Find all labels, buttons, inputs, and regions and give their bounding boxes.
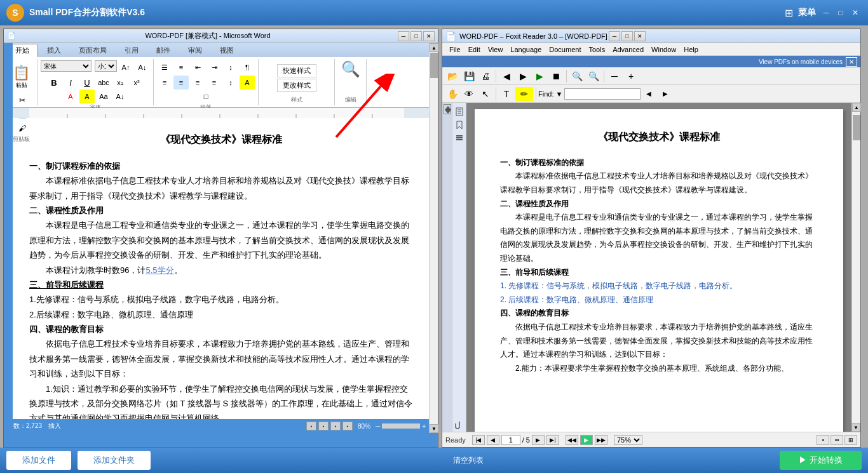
paste-button[interactable]: 📋 粘贴 [10, 60, 33, 93]
quick-styles-button[interactable]: 更改样式 [277, 79, 316, 92]
font-name-select[interactable]: 宋体 [41, 60, 92, 72]
foxit-menu-view[interactable]: View [484, 44, 507, 55]
word-tab-视图[interactable]: 视图 [212, 44, 242, 57]
word-view-reading-button[interactable]: ▪ [318, 422, 329, 430]
foxit-menu-language[interactable]: Language [506, 44, 545, 55]
font-shrink-button[interactable]: A↓ [135, 60, 150, 74]
foxit-rewind-button[interactable]: ◀◀ [566, 435, 578, 445]
indent-button[interactable]: ⇥ [207, 60, 222, 74]
line-spacing-button[interactable]: ↕ [223, 76, 238, 90]
bold-button[interactable]: B [46, 76, 62, 90]
foxit-menu-help[interactable]: Help [680, 44, 702, 55]
superscript-button[interactable]: x² [129, 76, 144, 90]
foxit-next-page-button[interactable]: ▶ [532, 435, 545, 445]
cut-button[interactable]: ✂ [15, 93, 30, 107]
find-input[interactable] [564, 88, 641, 100]
sidebar-page-thumb-button[interactable] [454, 106, 465, 117]
find-dropdown-icon[interactable]: ▼ [555, 90, 562, 98]
word-tab-邮件[interactable]: 邮件 [148, 44, 179, 57]
foxit-menu-file[interactable]: File [445, 44, 465, 55]
foxit-menu-tools[interactable]: Tools [585, 44, 609, 55]
zoom-out-view-button[interactable]: 🔍 [586, 69, 601, 83]
foxit-page-input[interactable] [501, 435, 520, 445]
sidebar-bookmark-button[interactable] [454, 119, 465, 131]
sidebar-layers-button[interactable] [454, 133, 465, 144]
outdent-button[interactable]: ⇤ [190, 60, 205, 74]
foxit-content-scroll[interactable]: 《现代交换技术》课程标准 一、制订课程标准的依据 本课程标准依据电子信息工程技术… [466, 103, 851, 433]
foxit-scrollbar[interactable]: ▲ ▼ [851, 103, 860, 433]
format-painter-button[interactable]: 🖌 [15, 121, 30, 135]
play-button[interactable]: ▶ [532, 69, 547, 83]
stop-button[interactable]: ⏹ [548, 69, 564, 83]
foxit-last-page-button[interactable]: ▶| [546, 435, 559, 445]
foxit-restore-button[interactable]: □ [621, 31, 633, 41]
scroll-thumb[interactable] [430, 53, 438, 78]
app-close-button[interactable]: ✕ [849, 6, 862, 19]
zoom-minus-button[interactable]: ─ [607, 69, 622, 83]
save-file-button[interactable]: 💾 [461, 69, 477, 83]
find-button[interactable]: 🔍 [341, 60, 360, 78]
foxit-minimize-button[interactable]: ─ [609, 31, 620, 41]
snapshot-button[interactable]: 👁 [461, 87, 477, 101]
foxit-menu-window[interactable]: Window [648, 44, 680, 55]
word-scrollbar[interactable]: ▲ ▼ [429, 43, 438, 433]
word-view-normal-button[interactable]: ▪ [306, 422, 316, 430]
foxit-scroll-thumb[interactable] [853, 115, 860, 140]
font-size-select[interactable]: 小二 [95, 60, 117, 72]
word-tab-插入[interactable]: 插入 [39, 44, 69, 57]
menu-label[interactable]: 菜单 [798, 7, 816, 18]
foxit-two-page-button[interactable]: ▪▪ [831, 435, 843, 445]
grid-icon[interactable]: ⊞ [785, 7, 793, 19]
app-minimize-button[interactable]: ─ [820, 6, 832, 19]
typewriter-button[interactable]: T [499, 87, 514, 101]
word-close-button[interactable]: ✕ [423, 31, 435, 41]
scroll-down-button[interactable]: ▼ [430, 424, 438, 433]
forward-button[interactable]: ▶ [515, 69, 531, 83]
find-prev-button[interactable]: ◀ [641, 87, 656, 101]
bullets-button[interactable]: ☰ [157, 60, 172, 74]
foxit-menu-edit[interactable]: Edit [465, 44, 484, 55]
scroll-up-button[interactable]: ▲ [430, 43, 438, 52]
foxit-zoom-select[interactable]: 75% 50% 100% 125% [614, 435, 642, 445]
word-tab-引用[interactable]: 引用 [116, 44, 147, 57]
foxit-play-pdf-button[interactable]: ▶ [580, 435, 593, 445]
nav-arrows-button[interactable] [444, 104, 451, 114]
word-tab-审阅[interactable]: 审阅 [180, 44, 210, 57]
open-file-button[interactable]: 📂 [445, 69, 460, 83]
word-tab-页面布局[interactable]: 页面布局 [71, 44, 115, 57]
zoom-slider[interactable] [382, 423, 420, 429]
align-right-button[interactable]: ≡ [190, 76, 205, 90]
clear-format-button[interactable]: Aa [96, 90, 111, 103]
show-hide-button[interactable]: ¶ [240, 60, 255, 74]
zoom-in-view-button[interactable]: 🔍 [569, 69, 585, 83]
align-left-button[interactable]: ≡ [157, 76, 172, 90]
font-color-button[interactable]: A [63, 90, 78, 103]
highlight-button[interactable]: A [79, 90, 95, 103]
zoom-plus-button[interactable]: + [623, 69, 639, 83]
foxit-menu-document[interactable]: Document [545, 44, 585, 55]
foxit-single-page-button[interactable]: ▪ [817, 435, 829, 445]
change-styles-button[interactable]: 快速样式 [277, 64, 316, 77]
find-next-button[interactable]: ▶ [658, 87, 673, 101]
start-convert-button[interactable]: ▶ 开始转换 [780, 451, 862, 470]
foxit-banner-close[interactable]: ✕ [846, 57, 857, 67]
shading-button[interactable]: A [240, 76, 255, 90]
foxit-first-page-button[interactable]: |◀ [472, 435, 485, 445]
foxit-menu-advanced[interactable]: Advanced [609, 44, 648, 55]
back-button[interactable]: ◀ [499, 69, 514, 83]
word-minimize-button[interactable]: ─ [398, 31, 409, 41]
sidebar-attachment-button[interactable] [454, 420, 465, 431]
print-button[interactable]: 🖨 [478, 69, 493, 83]
justify-button[interactable]: ≡ [207, 76, 222, 90]
foxit-ff-button[interactable]: ▶▶ [595, 435, 607, 445]
select-tool-button[interactable]: ↖ [478, 87, 493, 101]
strikethrough-button[interactable]: abc [96, 76, 111, 90]
word-maximize-button[interactable]: □ [410, 31, 422, 41]
hand-tool-button[interactable]: ✋ [445, 87, 460, 101]
text-effect-button[interactable]: A↓ [112, 90, 128, 103]
foxit-prev-page-button[interactable]: ◀ [487, 435, 499, 445]
app-maximize-button[interactable]: □ [834, 6, 847, 19]
underline-button[interactable]: U [79, 76, 95, 90]
word-view-outline-button[interactable]: ▪ [342, 422, 353, 430]
subscript-button[interactable]: x₂ [112, 76, 128, 90]
